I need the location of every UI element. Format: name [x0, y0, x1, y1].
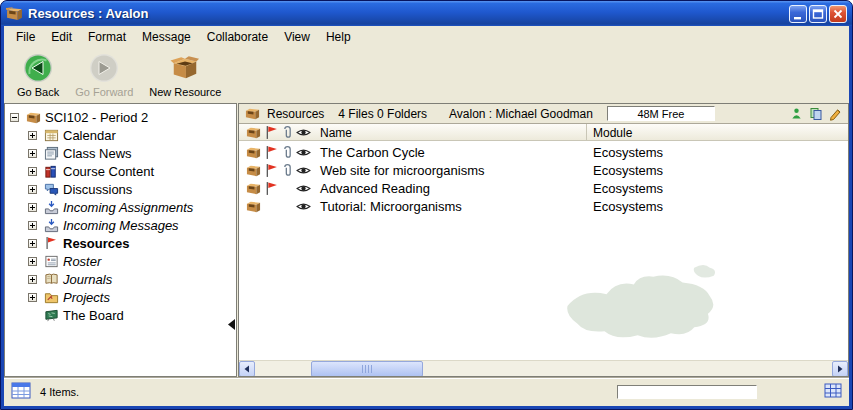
tree-label[interactable]: Roster	[63, 254, 101, 269]
expand-icon[interactable]	[28, 167, 37, 176]
tree-label[interactable]: Course Content	[63, 164, 154, 179]
pages-icon[interactable]	[809, 107, 823, 121]
eye-icon	[295, 181, 311, 196]
menu-item-message[interactable]: Message	[134, 28, 199, 46]
tree-label[interactable]: The Board	[63, 308, 124, 323]
table-row[interactable]: Tutorial: Microorganisms Ecosystems	[239, 197, 848, 215]
box-icon	[245, 106, 261, 122]
status-grid-icon[interactable]	[824, 383, 842, 401]
scroll-right-arrow-icon[interactable]	[832, 361, 848, 377]
course-content-icon	[43, 163, 59, 179]
table-row[interactable]: Advanced Reading Ecosystems	[239, 179, 848, 197]
resource-name[interactable]: Advanced Reading	[311, 181, 586, 196]
tree-item-root[interactable]: SCI102 - Period 2	[5, 108, 236, 126]
person-icon[interactable]	[790, 107, 804, 121]
name-column-header[interactable]: Name	[311, 126, 586, 140]
pane-collapse-arrow-icon[interactable]	[227, 318, 236, 331]
title-bar[interactable]: Resources : Avalon	[1, 1, 852, 26]
tree-item-class-news[interactable]: Class News	[5, 144, 236, 162]
expand-icon[interactable]	[28, 239, 37, 248]
header-action-icons	[790, 107, 842, 121]
expand-icon[interactable]	[28, 221, 37, 230]
file-folder-counts: 4 Files 0 Folders	[338, 107, 427, 121]
account-label: Avalon : Michael Goodman	[449, 107, 593, 121]
minimize-button[interactable]	[789, 5, 807, 23]
tree-label[interactable]: Calendar	[63, 128, 116, 143]
eye-icon	[295, 145, 311, 160]
pencil-icon[interactable]	[828, 107, 842, 121]
box-column-icon[interactable]	[243, 125, 263, 140]
file-list: The Carbon Cycle Ecosystems Web site for…	[239, 141, 848, 376]
resources-content-panel[interactable]: Resources 4 Files 0 Folders Avalon : Mic…	[238, 103, 849, 377]
menu-item-file[interactable]: File	[8, 28, 43, 46]
eye-column-icon[interactable]	[295, 125, 311, 140]
map-watermark	[548, 251, 743, 354]
tree-label[interactable]: Discussions	[63, 182, 132, 197]
tree-item-incoming-assignments[interactable]: Incoming Assignments	[5, 198, 236, 216]
menu-item-collaborate[interactable]: Collaborate	[199, 28, 276, 46]
toolbar: Go Back Go Forward New Resource	[4, 47, 849, 103]
tree-label[interactable]: Resources	[63, 236, 129, 251]
maximize-button[interactable]	[809, 5, 827, 23]
paperclip-icon	[279, 145, 295, 160]
box-icon	[243, 163, 263, 178]
tree-label[interactable]: Projects	[63, 290, 110, 305]
menu-item-view[interactable]: View	[276, 28, 318, 46]
collapse-expander-icon[interactable]	[10, 113, 19, 122]
paperclip-column-icon[interactable]	[279, 125, 295, 140]
new-resource-button[interactable]: New Resource	[144, 52, 226, 99]
menu-item-help[interactable]: Help	[318, 28, 359, 46]
tree-label[interactable]: Journals	[63, 272, 112, 287]
resource-module[interactable]: Ecosystems	[586, 199, 848, 214]
expand-icon[interactable]	[28, 185, 37, 194]
resource-name[interactable]: Tutorial: Microorganisms	[311, 199, 586, 214]
expand-icon[interactable]	[28, 131, 37, 140]
tree-item-course-content[interactable]: Course Content	[5, 162, 236, 180]
horizontal-scrollbar[interactable]	[239, 360, 848, 376]
journals-icon	[43, 271, 59, 287]
close-button[interactable]	[829, 5, 847, 23]
tree-item-resources[interactable]: Resources	[5, 234, 236, 252]
tree-item-the-board[interactable]: The Board	[5, 306, 236, 324]
go-forward-button[interactable]: Go Forward	[70, 52, 138, 99]
table-row[interactable]: The Carbon Cycle Ecosystems	[239, 143, 848, 161]
go-back-button[interactable]: Go Back	[12, 52, 64, 99]
expand-icon[interactable]	[28, 257, 37, 266]
tree-label[interactable]: Class News	[63, 146, 132, 161]
table-column-header[interactable]: Name Module	[239, 124, 848, 141]
course-tree-panel[interactable]: SCI102 - Period 2 Calendar Class News Co…	[4, 103, 237, 377]
tree-item-roster[interactable]: Roster	[5, 252, 236, 270]
menu-item-format[interactable]: Format	[80, 28, 134, 46]
menu-item-edit[interactable]: Edit	[43, 28, 80, 46]
tree-label[interactable]: Incoming Assignments	[63, 200, 193, 215]
scrollbar-grip	[362, 365, 372, 373]
table-row[interactable]: Web site for microorganisms Ecosystems	[239, 161, 848, 179]
tree-item-journals[interactable]: Journals	[5, 270, 236, 288]
resource-name[interactable]: The Carbon Cycle	[311, 145, 586, 160]
expand-icon[interactable]	[28, 293, 37, 302]
tree-item-discussions[interactable]: Discussions	[5, 180, 236, 198]
expand-icon[interactable]	[28, 275, 37, 284]
status-table-icon[interactable]	[11, 382, 31, 402]
resource-name[interactable]: Web site for microorganisms	[311, 163, 586, 178]
board-icon	[43, 307, 59, 323]
go-back-label: Go Back	[17, 86, 59, 98]
tree-label[interactable]: Incoming Messages	[63, 218, 179, 233]
module-column-header[interactable]: Module	[586, 124, 848, 141]
tree-item-incoming-messages[interactable]: Incoming Messages	[5, 216, 236, 234]
status-bar: 4 Items.	[4, 377, 849, 406]
tree-item-calendar[interactable]: Calendar	[5, 126, 236, 144]
scroll-left-arrow-icon[interactable]	[239, 361, 255, 377]
items-count: 4 Items.	[40, 386, 79, 398]
tree-root-label[interactable]: SCI102 - Period 2	[45, 110, 148, 125]
flag-column-icon[interactable]	[263, 125, 279, 140]
eye-icon	[295, 199, 311, 214]
expand-icon[interactable]	[28, 149, 37, 158]
app-window: Resources : Avalon File Edit Format Mess…	[0, 0, 853, 410]
expand-icon[interactable]	[28, 203, 37, 212]
resource-module[interactable]: Ecosystems	[586, 181, 848, 196]
resource-module[interactable]: Ecosystems	[586, 145, 848, 160]
tree-item-projects[interactable]: Projects	[5, 288, 236, 306]
resource-module[interactable]: Ecosystems	[586, 163, 848, 178]
scrollbar-thumb[interactable]	[311, 361, 423, 377]
